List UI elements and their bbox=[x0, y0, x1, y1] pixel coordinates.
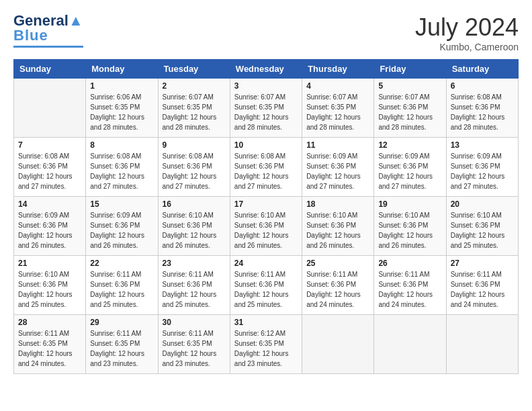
day-number: 21 bbox=[18, 259, 81, 268]
calendar-cell: 3Sunrise: 6:07 AMSunset: 6:35 PMDaylight… bbox=[230, 79, 302, 138]
day-number: 7 bbox=[18, 140, 81, 150]
calendar-cell: 6Sunrise: 6:08 AMSunset: 6:36 PMDaylight… bbox=[446, 79, 518, 138]
calendar-cell: 7Sunrise: 6:08 AMSunset: 6:36 PMDaylight… bbox=[14, 138, 86, 197]
day-sun-info: Sunrise: 6:06 AMSunset: 6:35 PMDaylight:… bbox=[90, 92, 153, 132]
day-number: 31 bbox=[234, 318, 298, 327]
day-sun-info: Sunrise: 6:10 AMSunset: 6:36 PMDaylight:… bbox=[451, 210, 514, 250]
calendar-week-row: 7Sunrise: 6:08 AMSunset: 6:36 PMDaylight… bbox=[14, 138, 519, 197]
day-number: 12 bbox=[378, 140, 441, 150]
day-sun-info: Sunrise: 6:09 AMSunset: 6:36 PMDaylight:… bbox=[306, 151, 369, 191]
logo-text: General▲ bbox=[13, 13, 83, 28]
weekday-header-tuesday: Tuesday bbox=[158, 60, 230, 79]
day-sun-info: Sunrise: 6:10 AMSunset: 6:36 PMDaylight:… bbox=[18, 269, 81, 310]
calendar-cell: 20Sunrise: 6:10 AMSunset: 6:36 PMDayligh… bbox=[446, 197, 518, 256]
day-number: 24 bbox=[234, 259, 298, 268]
day-sun-info: Sunrise: 6:08 AMSunset: 6:36 PMDaylight:… bbox=[451, 92, 514, 132]
day-number: 4 bbox=[306, 81, 369, 91]
day-sun-info: Sunrise: 6:11 AMSunset: 6:36 PMDaylight:… bbox=[378, 269, 441, 310]
day-number: 19 bbox=[378, 199, 441, 209]
day-number: 2 bbox=[163, 81, 226, 91]
calendar-cell: 15Sunrise: 6:09 AMSunset: 6:36 PMDayligh… bbox=[86, 197, 158, 256]
calendar-cell: 24Sunrise: 6:11 AMSunset: 6:36 PMDayligh… bbox=[230, 256, 302, 315]
calendar-cell: 23Sunrise: 6:11 AMSunset: 6:36 PMDayligh… bbox=[158, 256, 230, 315]
day-sun-info: Sunrise: 6:07 AMSunset: 6:35 PMDaylight:… bbox=[234, 92, 298, 132]
day-number: 11 bbox=[306, 140, 369, 150]
day-sun-info: Sunrise: 6:11 AMSunset: 6:35 PMDaylight:… bbox=[163, 328, 226, 369]
weekday-header-friday: Friday bbox=[374, 60, 446, 79]
calendar-cell: 22Sunrise: 6:11 AMSunset: 6:36 PMDayligh… bbox=[86, 256, 158, 315]
calendar-cell: 26Sunrise: 6:11 AMSunset: 6:36 PMDayligh… bbox=[374, 256, 446, 315]
day-number: 16 bbox=[163, 199, 226, 209]
day-number: 20 bbox=[451, 199, 514, 209]
weekday-header-sunday: Sunday bbox=[14, 60, 86, 79]
day-sun-info: Sunrise: 6:11 AMSunset: 6:36 PMDaylight:… bbox=[90, 269, 153, 310]
day-number: 25 bbox=[306, 259, 369, 268]
day-number: 1 bbox=[90, 81, 153, 91]
day-number: 18 bbox=[306, 199, 369, 209]
weekday-header-monday: Monday bbox=[86, 60, 158, 79]
calendar-cell bbox=[14, 79, 86, 138]
logo-blue: Blue bbox=[13, 27, 48, 44]
day-sun-info: Sunrise: 6:11 AMSunset: 6:35 PMDaylight:… bbox=[18, 328, 81, 369]
day-sun-info: Sunrise: 6:10 AMSunset: 6:36 PMDaylight:… bbox=[234, 210, 298, 250]
day-number: 10 bbox=[234, 140, 298, 150]
calendar-cell: 21Sunrise: 6:10 AMSunset: 6:36 PMDayligh… bbox=[14, 256, 86, 315]
calendar-cell: 2Sunrise: 6:07 AMSunset: 6:35 PMDaylight… bbox=[158, 79, 230, 138]
calendar-cell: 13Sunrise: 6:09 AMSunset: 6:36 PMDayligh… bbox=[446, 138, 518, 197]
calendar-cell bbox=[374, 315, 446, 374]
calendar-cell: 30Sunrise: 6:11 AMSunset: 6:35 PMDayligh… bbox=[158, 315, 230, 374]
calendar-week-row: 14Sunrise: 6:09 AMSunset: 6:36 PMDayligh… bbox=[14, 197, 519, 256]
day-sun-info: Sunrise: 6:12 AMSunset: 6:35 PMDaylight:… bbox=[234, 328, 298, 369]
day-sun-info: Sunrise: 6:10 AMSunset: 6:36 PMDaylight:… bbox=[163, 210, 226, 250]
calendar-cell: 28Sunrise: 6:11 AMSunset: 6:35 PMDayligh… bbox=[14, 315, 86, 374]
weekday-header-thursday: Thursday bbox=[302, 60, 374, 79]
day-number: 14 bbox=[18, 199, 81, 209]
weekday-header-saturday: Saturday bbox=[446, 60, 518, 79]
day-sun-info: Sunrise: 6:09 AMSunset: 6:36 PMDaylight:… bbox=[378, 151, 441, 191]
day-sun-info: Sunrise: 6:08 AMSunset: 6:36 PMDaylight:… bbox=[234, 151, 298, 191]
calendar-cell: 31Sunrise: 6:12 AMSunset: 6:35 PMDayligh… bbox=[230, 315, 302, 374]
day-sun-info: Sunrise: 6:07 AMSunset: 6:35 PMDaylight:… bbox=[306, 92, 369, 132]
day-sun-info: Sunrise: 6:08 AMSunset: 6:36 PMDaylight:… bbox=[18, 151, 81, 191]
day-number: 26 bbox=[378, 259, 441, 268]
calendar-cell: 4Sunrise: 6:07 AMSunset: 6:35 PMDaylight… bbox=[302, 79, 374, 138]
calendar-cell: 29Sunrise: 6:11 AMSunset: 6:35 PMDayligh… bbox=[86, 315, 158, 374]
calendar-cell: 16Sunrise: 6:10 AMSunset: 6:36 PMDayligh… bbox=[158, 197, 230, 256]
day-sun-info: Sunrise: 6:11 AMSunset: 6:35 PMDaylight:… bbox=[90, 328, 153, 369]
day-number: 15 bbox=[90, 199, 153, 209]
day-sun-info: Sunrise: 6:11 AMSunset: 6:36 PMDaylight:… bbox=[234, 269, 298, 310]
weekday-header-wednesday: Wednesday bbox=[230, 60, 302, 79]
calendar-cell: 12Sunrise: 6:09 AMSunset: 6:36 PMDayligh… bbox=[374, 138, 446, 197]
location-subtitle: Kumbo, Cameroon bbox=[415, 42, 519, 52]
calendar-cell: 8Sunrise: 6:08 AMSunset: 6:36 PMDaylight… bbox=[86, 138, 158, 197]
day-number: 5 bbox=[378, 81, 441, 91]
calendar-cell: 5Sunrise: 6:07 AMSunset: 6:36 PMDaylight… bbox=[374, 79, 446, 138]
month-year-title: July 2024 bbox=[415, 13, 519, 42]
weekday-header-row: SundayMondayTuesdayWednesdayThursdayFrid… bbox=[14, 60, 519, 79]
calendar-cell: 25Sunrise: 6:11 AMSunset: 6:36 PMDayligh… bbox=[302, 256, 374, 315]
calendar-cell bbox=[446, 315, 518, 374]
calendar-cell: 18Sunrise: 6:10 AMSunset: 6:36 PMDayligh… bbox=[302, 197, 374, 256]
day-number: 28 bbox=[18, 318, 81, 327]
day-number: 23 bbox=[163, 259, 226, 268]
day-number: 6 bbox=[451, 81, 514, 91]
day-sun-info: Sunrise: 6:11 AMSunset: 6:36 PMDaylight:… bbox=[451, 269, 514, 310]
calendar-week-row: 28Sunrise: 6:11 AMSunset: 6:35 PMDayligh… bbox=[14, 315, 519, 374]
calendar-cell bbox=[302, 315, 374, 374]
calendar-table: SundayMondayTuesdayWednesdayThursdayFrid… bbox=[13, 59, 519, 374]
calendar-cell: 14Sunrise: 6:09 AMSunset: 6:36 PMDayligh… bbox=[14, 197, 86, 256]
day-sun-info: Sunrise: 6:11 AMSunset: 6:36 PMDaylight:… bbox=[163, 269, 226, 310]
day-number: 27 bbox=[451, 259, 514, 268]
day-sun-info: Sunrise: 6:10 AMSunset: 6:36 PMDaylight:… bbox=[378, 210, 441, 250]
day-sun-info: Sunrise: 6:10 AMSunset: 6:36 PMDaylight:… bbox=[306, 210, 369, 250]
calendar-cell: 9Sunrise: 6:08 AMSunset: 6:36 PMDaylight… bbox=[158, 138, 230, 197]
day-number: 9 bbox=[163, 140, 226, 150]
day-number: 29 bbox=[90, 318, 153, 327]
day-sun-info: Sunrise: 6:09 AMSunset: 6:36 PMDaylight:… bbox=[18, 210, 81, 250]
day-number: 17 bbox=[234, 199, 298, 209]
day-sun-info: Sunrise: 6:09 AMSunset: 6:36 PMDaylight:… bbox=[451, 151, 514, 191]
title-block: July 2024 Kumbo, Cameroon bbox=[415, 13, 519, 52]
day-number: 22 bbox=[90, 259, 153, 268]
day-sun-info: Sunrise: 6:09 AMSunset: 6:36 PMDaylight:… bbox=[90, 210, 153, 250]
calendar-cell: 17Sunrise: 6:10 AMSunset: 6:36 PMDayligh… bbox=[230, 197, 302, 256]
